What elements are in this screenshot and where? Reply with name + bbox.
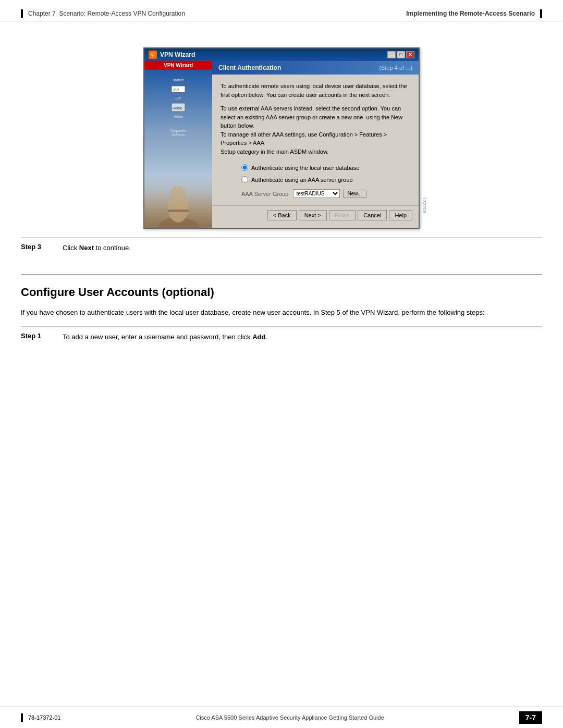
step1-label: Step 1	[21, 332, 63, 340]
vpn-right-content: To authenticate remote users using local…	[212, 75, 419, 205]
step3-label: Step 3	[21, 243, 63, 251]
diagram-label-branch: Branch	[149, 78, 208, 82]
right-title: Implementing the Remote-Access Scenario	[406, 10, 535, 17]
close-button[interactable]: ✕	[406, 51, 414, 58]
step3-text: Click Next to continue.	[63, 243, 131, 253]
page-footer: 78-17372-01 Cisco ASA 5500 Series Adapti…	[0, 707, 563, 728]
vpn-paragraph1: To authenticate remote users using local…	[221, 82, 410, 99]
step1-bold: Add	[252, 333, 265, 341]
vpn-header-title: Client Authentication	[218, 64, 281, 71]
header-right: Implementing the Remote-Access Scenario	[406, 9, 542, 18]
vpn-right-header: Client Authentication (Step 4 of ...)	[212, 61, 419, 75]
vpn-window-title: VPN Wizard	[160, 51, 195, 58]
chapter-title: Scenario: Remote-Access VPN Configuratio…	[59, 10, 185, 17]
finish-button[interactable]: Finish	[329, 210, 356, 220]
figure-watermark: 132203	[422, 198, 427, 213]
diagram-label-isp: ISP	[149, 96, 208, 100]
vpn-left-label: VPN Wizard	[144, 61, 212, 70]
header-left-bar	[21, 9, 23, 18]
minimize-button[interactable]: ─	[387, 51, 396, 58]
svg-rect-9	[168, 209, 189, 212]
section-body: If you have chosen to authenticate users…	[21, 307, 542, 318]
footer-left: 78-17372-01	[21, 713, 60, 722]
footer-page-number: 7-7	[519, 711, 542, 724]
vpn-body: VPN Wizard Branch ISP	[144, 61, 419, 228]
footer-bar	[21, 713, 23, 722]
maximize-button[interactable]: □	[397, 51, 405, 58]
step3-bold: Next	[79, 244, 94, 252]
vpn-left-panel: VPN Wizard Branch ISP	[144, 61, 212, 228]
vpn-header-step: (Step 4 of ...)	[379, 65, 412, 71]
titlebar-left: V VPN Wizard	[149, 51, 195, 59]
titlebar-controls: ─ □ ✕	[387, 51, 414, 58]
section-heading: Configure User Accounts (optional)	[21, 274, 542, 299]
vpn-window: V VPN Wizard ─ □ ✕ VPN Wizard	[143, 47, 420, 229]
vpn-left-photo	[144, 176, 212, 228]
aaa-label: AAA Server Group	[241, 191, 289, 197]
radio-local-label: Authenticate using the local user databa…	[251, 165, 359, 171]
help-button[interactable]: Help	[389, 210, 412, 220]
footer-ref: 78-17372-01	[28, 714, 60, 721]
vpn-right-panel: Client Authentication (Step 4 of ...) To…	[212, 61, 419, 228]
step1-line: Step 1 To add a new user, enter a userna…	[21, 326, 542, 348]
vpn-radio-group: Authenticate using the local user databa…	[241, 164, 410, 183]
footer-center: Cisco ASA 5500 Series Adaptive Security …	[195, 714, 384, 721]
svg-text:V: V	[151, 53, 154, 57]
vpn-bottom-bar: < Back Next > Finish Cancel Help	[212, 205, 419, 225]
screenshot-container: V VPN Wizard ─ □ ✕ VPN Wizard	[21, 47, 542, 229]
radio-aaa-auth[interactable]: Authenticate using an AAA server group	[241, 176, 410, 183]
svg-point-8	[170, 186, 186, 202]
new-aaa-button[interactable]: New...	[343, 190, 367, 198]
radio-aaa-input[interactable]	[241, 176, 248, 183]
radio-local-input[interactable]	[241, 164, 248, 171]
diagram-label-home: Home	[149, 115, 208, 118]
step3-line: Step 3 Click Next to continue.	[21, 237, 542, 258]
page-header: Chapter 7 Scenario: Remote-Access VPN Co…	[0, 0, 563, 21]
step1-text: To add a new user, enter a username and …	[63, 332, 267, 342]
radio-local-auth[interactable]: Authenticate using the local user databa…	[241, 164, 410, 171]
svg-text:ISP: ISP	[173, 88, 179, 92]
vpn-paragraph2: To use external AAA servers instead, sel…	[221, 104, 410, 156]
vpn-window-wrapper: V VPN Wizard ─ □ ✕ VPN Wizard	[143, 47, 420, 229]
back-button[interactable]: < Back	[267, 210, 297, 220]
diagram-label-corp: Corporate	[149, 129, 208, 132]
next-button[interactable]: Next >	[299, 210, 327, 220]
svg-text:Home: Home	[173, 106, 182, 110]
chapter-label: Chapter 7	[28, 10, 56, 17]
aaa-server-group-select[interactable]: testRADIUS	[293, 189, 340, 198]
radio-aaa-label: Authenticate using an AAA server group	[251, 177, 352, 183]
vpn-titlebar: V VPN Wizard ─ □ ✕	[144, 48, 419, 61]
vpn-aaa-row: AAA Server Group testRADIUS New...	[241, 189, 410, 198]
vpn-left-diagram: Branch ISP ISP	[144, 70, 212, 141]
cancel-button[interactable]: Cancel	[358, 210, 387, 220]
main-content: V VPN Wizard ─ □ ✕ VPN Wizard	[0, 21, 563, 366]
vpn-app-icon: V	[149, 51, 157, 59]
diagram-label-network: Network	[149, 133, 208, 137]
header-left: Chapter 7 Scenario: Remote-Access VPN Co…	[21, 9, 185, 18]
header-right-bar	[540, 9, 542, 18]
